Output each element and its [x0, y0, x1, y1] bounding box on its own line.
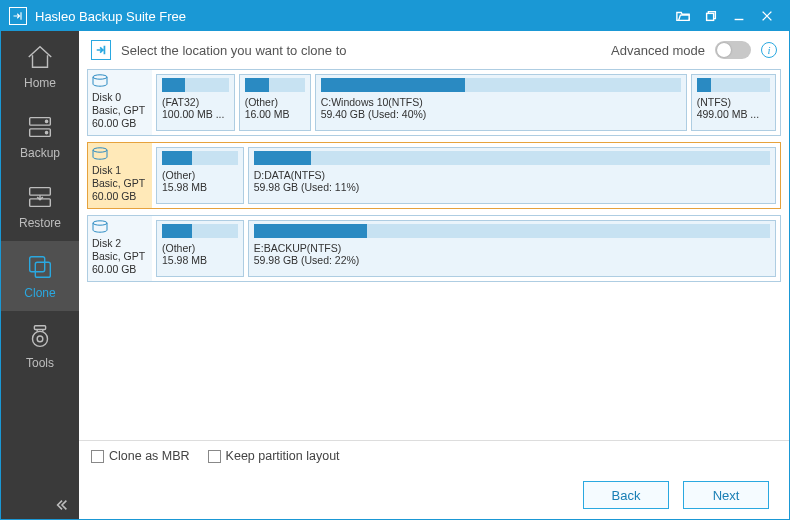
disk-name: Disk 0: [92, 91, 148, 103]
partition-size: 59.98 GB (Used: 22%): [254, 254, 770, 266]
partition-size: 100.00 MB ...: [162, 108, 229, 120]
partition-label: C:Windows 10(NTFS): [321, 96, 681, 108]
partition-strip: (Other)15.98 MBD:DATA(NTFS)59.98 GB (Use…: [152, 143, 780, 208]
svg-rect-11: [34, 326, 45, 330]
hdd-icon: [92, 74, 108, 88]
disk-header: Disk 0Basic, GPT60.00 GB: [88, 70, 152, 135]
disk-row[interactable]: Disk 1Basic, GPT60.00 GB(Other)15.98 MBD…: [87, 142, 781, 209]
option-keep-partition-layout[interactable]: Keep partition layout: [208, 449, 340, 463]
open-folder-button[interactable]: [669, 1, 697, 31]
partition-label: (FAT32): [162, 96, 229, 108]
svg-point-9: [33, 331, 48, 346]
tools-icon: [25, 322, 55, 352]
svg-point-12: [93, 75, 107, 79]
next-button[interactable]: Next: [683, 481, 769, 509]
sidebar: Home Backup Restore Clone Tools: [1, 31, 79, 519]
sidebar-item-backup[interactable]: Backup: [1, 101, 79, 171]
partition[interactable]: (NTFS)499.00 MB ...: [691, 74, 776, 131]
partition-strip: (FAT32)100.00 MB ...(Other)16.00 MBC:Win…: [152, 70, 780, 135]
disk-size: 60.00 GB: [92, 263, 148, 275]
usage-bar: [162, 224, 238, 238]
advanced-mode-toggle[interactable]: [715, 41, 751, 59]
partition-label: E:BACKUP(NTFS): [254, 242, 770, 254]
sidebar-item-label: Restore: [19, 216, 61, 230]
partition[interactable]: (Other)15.98 MB: [156, 147, 244, 204]
partition-size: 15.98 MB: [162, 254, 238, 266]
clone-icon: [25, 252, 55, 282]
usage-bar: [254, 151, 770, 165]
titlebar: Hasleo Backup Suite Free: [1, 1, 789, 31]
back-button[interactable]: Back: [583, 481, 669, 509]
disk-type: Basic, GPT: [92, 177, 148, 189]
usage-bar: [697, 78, 770, 92]
partition-size: 15.98 MB: [162, 181, 238, 193]
disk-row[interactable]: Disk 2Basic, GPT60.00 GB(Other)15.98 MBE…: [87, 215, 781, 282]
usage-bar: [245, 78, 305, 92]
main-panel: Select the location you want to clone to…: [79, 31, 789, 519]
usage-bar: [162, 78, 229, 92]
partition-label: D:DATA(NTFS): [254, 169, 770, 181]
backup-icon: [25, 112, 55, 142]
app-title: Hasleo Backup Suite Free: [35, 9, 669, 24]
disk-size: 60.00 GB: [92, 117, 148, 129]
app-icon: [9, 7, 27, 25]
disk-name: Disk 1: [92, 164, 148, 176]
checkbox-icon[interactable]: [91, 450, 104, 463]
disk-header: Disk 1Basic, GPT60.00 GB: [88, 143, 152, 208]
partition[interactable]: (Other)16.00 MB: [239, 74, 311, 131]
checkbox-icon[interactable]: [208, 450, 221, 463]
body: Home Backup Restore Clone Tools: [1, 31, 789, 519]
hdd-icon: [92, 220, 108, 234]
partition[interactable]: (FAT32)100.00 MB ...: [156, 74, 235, 131]
minimize-button[interactable]: [725, 1, 753, 31]
usage-bar: [254, 224, 770, 238]
disk-size: 60.00 GB: [92, 190, 148, 202]
partition-strip: (Other)15.98 MBE:BACKUP(NTFS)59.98 GB (U…: [152, 216, 780, 281]
advanced-mode-label: Advanced mode: [611, 43, 705, 58]
svg-rect-0: [707, 13, 714, 20]
usage-bar: [321, 78, 681, 92]
sidebar-item-label: Backup: [20, 146, 60, 160]
sidebar-item-home[interactable]: Home: [1, 31, 79, 101]
partition-size: 59.98 GB (Used: 11%): [254, 181, 770, 193]
sidebar-item-tools[interactable]: Tools: [1, 311, 79, 381]
instruction-text: Select the location you want to clone to: [121, 43, 346, 58]
svg-point-3: [45, 120, 47, 122]
partition-label: (Other): [162, 242, 238, 254]
svg-point-14: [93, 221, 107, 225]
partition[interactable]: D:DATA(NTFS)59.98 GB (Used: 11%): [248, 147, 776, 204]
svg-point-10: [37, 336, 43, 342]
sidebar-item-label: Tools: [26, 356, 54, 370]
svg-point-4: [45, 132, 47, 134]
disk-list: Disk 0Basic, GPT60.00 GB(FAT32)100.00 MB…: [79, 69, 789, 440]
disk-row[interactable]: Disk 0Basic, GPT60.00 GB(FAT32)100.00 MB…: [87, 69, 781, 136]
restore-icon: [25, 182, 55, 212]
instruction-bar: Select the location you want to clone to…: [79, 31, 789, 69]
sidebar-collapse-button[interactable]: [1, 491, 79, 519]
info-icon[interactable]: i: [761, 42, 777, 58]
app-window: Hasleo Backup Suite Free Home Backup: [0, 0, 790, 520]
svg-point-13: [93, 148, 107, 152]
footer: Back Next: [79, 471, 789, 519]
partition[interactable]: E:BACKUP(NTFS)59.98 GB (Used: 22%): [248, 220, 776, 277]
partition[interactable]: C:Windows 10(NTFS)59.40 GB (Used: 40%): [315, 74, 687, 131]
sidebar-item-clone[interactable]: Clone: [1, 241, 79, 311]
disk-name: Disk 2: [92, 237, 148, 249]
partition-size: 499.00 MB ...: [697, 108, 770, 120]
usage-bar: [162, 151, 238, 165]
home-icon: [25, 42, 55, 72]
svg-rect-8: [35, 262, 50, 277]
restore-window-button[interactable]: [697, 1, 725, 31]
chevron-double-left-icon: [55, 498, 69, 512]
close-button[interactable]: [753, 1, 781, 31]
svg-rect-7: [30, 257, 45, 272]
partition[interactable]: (Other)15.98 MB: [156, 220, 244, 277]
partition-label: (Other): [162, 169, 238, 181]
disk-type: Basic, GPT: [92, 250, 148, 262]
disk-type: Basic, GPT: [92, 104, 148, 116]
sidebar-item-label: Home: [24, 76, 56, 90]
option-clone-as-mbr[interactable]: Clone as MBR: [91, 449, 190, 463]
sidebar-item-restore[interactable]: Restore: [1, 171, 79, 241]
sidebar-item-label: Clone: [24, 286, 55, 300]
target-arrow-icon: [91, 40, 111, 60]
